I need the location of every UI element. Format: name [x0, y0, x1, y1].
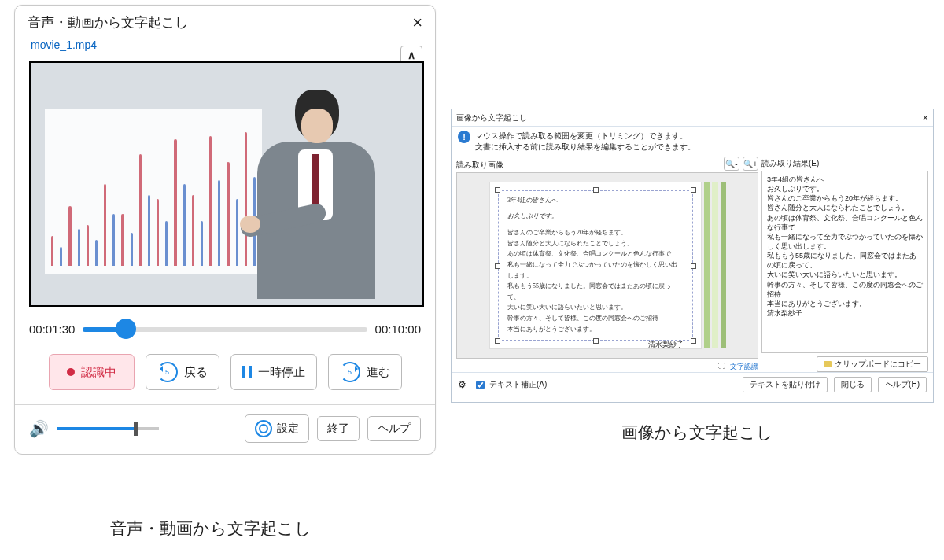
- ocr-titlebar: 画像から文字起こし ×: [452, 109, 933, 127]
- presenter-figure: [234, 77, 391, 305]
- rewind-icon: 5: [157, 362, 178, 382]
- ocr-result-pane-wrap: 読み取り結果(E) 3年4組の皆さんへお久しぶりです。皆さんのご卒業からもう20…: [761, 157, 928, 372]
- expand-icon[interactable]: ⛶: [718, 362, 725, 372]
- playback-timeline: 00:01:30 00:10:00: [29, 321, 421, 337]
- recognizing-button[interactable]: 認識中: [49, 354, 135, 390]
- volume-icon[interactable]: 🔊: [29, 419, 49, 438]
- source-letter-image: 3年4組の皆さんへお久しぶりです。皆さんのご卒業からもう20年が経ちます。皆さん…: [490, 182, 701, 348]
- image-pane-label: 読み取り画像: [456, 158, 503, 172]
- result-pane-footer: クリップボードにコピー: [761, 353, 928, 372]
- media-title: 音声・動画から文字起こし: [28, 13, 188, 31]
- settings-label: 設定: [277, 422, 299, 436]
- exit-button[interactable]: 終了: [317, 416, 360, 441]
- time-current: 00:01:30: [29, 322, 75, 336]
- seek-slider[interactable]: [83, 321, 367, 337]
- image-pane-footer: ⛶ 文字認識: [456, 359, 758, 372]
- forward-icon: 5: [340, 362, 360, 382]
- settings-button[interactable]: 設定: [245, 414, 309, 443]
- ocr-body: 読み取り画像 🔍- 🔍+: [452, 157, 933, 372]
- media-filebar: movie_1.mp4: [15, 38, 435, 57]
- gear-icon: [255, 420, 272, 437]
- video-area: ∧: [29, 61, 421, 307]
- ocr-image-pane-wrap: 読み取り画像 🔍- 🔍+: [456, 157, 758, 372]
- result-pane-label: 読み取り結果(E): [761, 157, 928, 171]
- record-icon: [67, 368, 75, 376]
- zoom-in-icon[interactable]: 🔍+: [743, 157, 758, 171]
- slide-bar-chart: [45, 109, 262, 274]
- ocr-title: 画像から文字起こし: [456, 112, 527, 123]
- media-transcription-window: 音声・動画から文字起こし × movie_1.mp4 ∧ 00:01:30 00…: [14, 5, 436, 455]
- recognizing-label: 認識中: [81, 365, 116, 380]
- page-color-bars: [704, 182, 726, 348]
- clipboard-icon: [824, 361, 832, 367]
- media-file-link[interactable]: movie_1.mp4: [31, 39, 97, 51]
- video-frame[interactable]: [29, 61, 424, 307]
- ocr-info-text: マウス操作で読み取る範囲を変更（トリミング）できます。 文書に挿入する前に読み取…: [475, 131, 695, 152]
- text-correction-checkbox[interactable]: テキスト補正(A): [473, 378, 547, 392]
- ocr-image-pane[interactable]: 3年4組の皆さんへお久しぶりです。皆さんのご卒業からもう20年が経ちます。皆さん…: [456, 172, 758, 359]
- help-label: ヘルプ: [378, 422, 411, 436]
- forward-label: 進む: [367, 365, 390, 380]
- playback-controls: 認識中 5 戻る 一時停止 5 進む: [29, 354, 421, 390]
- help-button[interactable]: ヘルプ: [367, 416, 421, 441]
- rewind-button[interactable]: 5 戻る: [146, 354, 219, 390]
- close-icon[interactable]: ×: [922, 112, 928, 123]
- ocr-recognize-link[interactable]: 文字認識: [730, 362, 758, 372]
- zoom-out-icon[interactable]: 🔍-: [724, 157, 739, 171]
- media-bottombar: 🔊 設定 終了 ヘルプ: [15, 405, 435, 454]
- close-button[interactable]: 閉じる: [834, 377, 872, 392]
- time-total: 00:10:00: [375, 322, 421, 336]
- copy-clipboard-button[interactable]: クリップボードにコピー: [817, 356, 928, 372]
- forward-button[interactable]: 5 進む: [328, 354, 402, 390]
- gear-icon[interactable]: ⚙: [458, 379, 466, 390]
- ocr-result-textarea[interactable]: 3年4組の皆さんへお久しぶりです。皆さんのご卒業からもう20年が経ちます。皆さん…: [761, 171, 928, 353]
- ocr-footer: ⚙ テキスト補正(A) テキストを貼り付け 閉じる ヘルプ(H): [452, 372, 933, 396]
- paste-text-button[interactable]: テキストを貼り付け: [743, 377, 828, 392]
- help-button[interactable]: ヘルプ(H): [878, 377, 927, 392]
- close-icon[interactable]: ×: [412, 14, 422, 31]
- exit-label: 終了: [327, 422, 349, 436]
- media-titlebar: 音声・動画から文字起こし ×: [15, 6, 435, 38]
- volume-slider[interactable]: [57, 423, 159, 434]
- caption-ocr: 画像から文字起こし: [621, 422, 773, 444]
- rewind-label: 戻る: [184, 365, 208, 380]
- ocr-infobar: ! マウス操作で読み取る範囲を変更（トリミング）できます。 文書に挿入する前に読…: [452, 127, 933, 157]
- info-icon: !: [458, 131, 470, 143]
- image-zoom-toolbar: 🔍- 🔍+: [724, 157, 758, 171]
- pause-label: 一時停止: [258, 365, 305, 380]
- ocr-window: 画像から文字起こし × ! マウス操作で読み取る範囲を変更（トリミング）できます…: [451, 109, 934, 403]
- pause-button[interactable]: 一時停止: [230, 354, 317, 390]
- caption-media: 音声・動画から文字起こし: [110, 518, 312, 540]
- pause-icon: [242, 366, 252, 378]
